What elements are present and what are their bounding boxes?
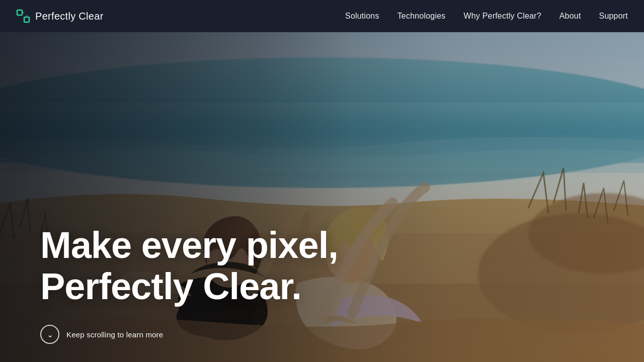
nav-solutions[interactable]: Solutions <box>345 12 379 21</box>
nav-why[interactable]: Why Perfectly Clear? <box>463 12 541 21</box>
scroll-label: Keep scrolling to learn more <box>66 330 163 339</box>
hero-headline-line2: Perfectly Clear. <box>40 265 301 307</box>
svg-rect-12 <box>17 10 22 15</box>
nav-support[interactable]: Support <box>599 12 628 21</box>
hero-headline-line1: Make every pixel, <box>40 224 338 266</box>
hero-overlay <box>0 0 644 362</box>
brand-name: Perfectly Clear <box>35 11 104 22</box>
navbar-nav: Solutions Technologies Why Perfectly Cle… <box>345 12 628 21</box>
brand-logo-link[interactable]: Perfectly Clear <box>16 9 104 23</box>
navbar: Perfectly Clear Solutions Technologies W… <box>0 0 644 32</box>
hero-headline: Make every pixel, Perfectly Clear. <box>40 225 338 307</box>
nav-about[interactable]: About <box>559 12 581 21</box>
hero-section: Make every pixel, Perfectly Clear. ⌄ Kee… <box>0 0 644 362</box>
brand-logo-icon <box>16 9 30 23</box>
chevron-down-icon: ⌄ <box>47 331 53 339</box>
hero-content: Make every pixel, Perfectly Clear. <box>40 225 338 307</box>
scroll-button[interactable]: ⌄ <box>40 325 59 344</box>
scroll-indicator[interactable]: ⌄ Keep scrolling to learn more <box>40 325 163 344</box>
svg-rect-13 <box>24 17 29 22</box>
nav-technologies[interactable]: Technologies <box>397 12 446 21</box>
